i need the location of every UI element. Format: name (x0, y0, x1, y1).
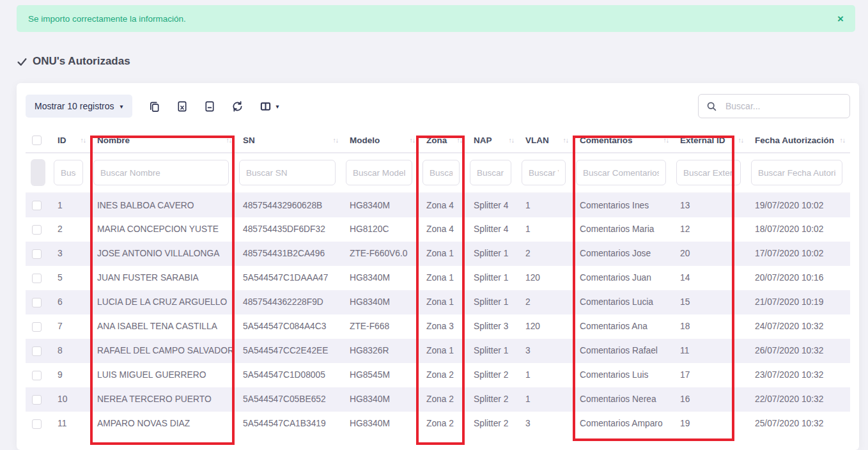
cell-nap: Splitter 2 (467, 363, 519, 387)
row-checkbox[interactable] (32, 249, 42, 259)
cell-comentarios: Comentarios Rafael (573, 339, 674, 363)
cell-comentarios: Comentarios Luis (573, 363, 674, 387)
filter-input-modelo[interactable] (346, 160, 412, 185)
row-checkbox[interactable] (32, 322, 42, 332)
row-checkbox[interactable] (32, 225, 42, 235)
cell-select (26, 193, 51, 217)
cell-external_id: 14 (674, 266, 748, 290)
sort-icon[interactable]: ↑↓ (840, 136, 846, 144)
cell-fecha: 25/07/2020 10:32 (748, 412, 850, 436)
column-header-nap[interactable]: NAP↑↓ (467, 128, 519, 153)
sort-icon[interactable]: ↑↓ (509, 136, 515, 144)
filter-cell-nombre (91, 153, 236, 193)
cell-zona: Zona 4 (420, 193, 467, 217)
filter-input-zona[interactable] (422, 160, 460, 185)
refresh-button[interactable] (231, 100, 244, 112)
column-header-nombre[interactable]: Nombre↑↓ (91, 128, 236, 153)
cell-nombre: AMPARO NOVAS DIAZ (91, 412, 236, 436)
cell-nombre: NEREA TERCERO PUERTO (91, 387, 236, 412)
table-row: 3JOSE ANTONIO VILLALONGA485754431B2CA496… (26, 242, 850, 266)
filter-input-nap[interactable] (470, 160, 511, 185)
cell-modelo: HG8340M (343, 412, 420, 436)
sort-icon[interactable]: ↑↓ (81, 136, 86, 144)
row-checkbox[interactable] (32, 419, 42, 429)
column-visibility-button[interactable]: ▾ (260, 100, 279, 112)
alert-close-icon[interactable]: × (837, 13, 844, 24)
cell-nap: Splitter 1 (467, 290, 519, 314)
column-header-comentarios[interactable]: Comentarios↑↓ (573, 128, 674, 153)
sort-icon[interactable]: ↑↓ (457, 136, 463, 144)
columns-icon (260, 100, 272, 112)
search-box[interactable] (698, 94, 850, 118)
file-export-button[interactable] (204, 100, 215, 112)
cell-nombre: JUAN FUSTER SARABIA (91, 266, 236, 290)
column-label-sn: SN (243, 136, 255, 145)
filter-input-comentarios[interactable] (576, 160, 666, 185)
table-row: 9LUIS MIGUEL GUERRERO5A544547C1D08005HG8… (26, 363, 850, 387)
cell-select (26, 290, 51, 314)
cell-nap: Splitter 2 (467, 412, 519, 436)
sort-icon[interactable]: ↑↓ (226, 136, 232, 144)
chevron-down-icon: ▾ (276, 103, 279, 110)
cell-fecha: 18/07/2020 10:02 (748, 217, 850, 242)
search-icon (706, 101, 717, 112)
column-header-id[interactable]: ID↑↓ (51, 128, 91, 153)
copy-button[interactable] (148, 100, 160, 112)
cell-external_id: 17 (674, 363, 748, 387)
cell-comentarios: Comentarios Lucia (573, 290, 674, 314)
column-header-modelo[interactable]: Modelo↑↓ (343, 128, 420, 153)
chevron-down-icon: ▾ (120, 103, 123, 110)
cell-zona: Zona 4 (420, 217, 467, 242)
cell-vlan: 3 (519, 339, 573, 363)
sort-icon[interactable]: ↑↓ (738, 136, 744, 144)
filter-input-external_id[interactable] (676, 160, 741, 185)
cell-external_id: 13 (674, 193, 748, 217)
cell-fecha: 20/07/2020 10:16 (748, 266, 850, 290)
row-checkbox[interactable] (32, 395, 42, 405)
row-checkbox[interactable] (32, 346, 42, 356)
cell-zona: Zona 1 (420, 339, 467, 363)
row-checkbox[interactable] (32, 298, 42, 307)
column-header-external_id[interactable]: External ID↑↓ (674, 128, 748, 153)
column-header-vlan[interactable]: VLAN↑↓ (519, 128, 573, 153)
alert-message: Se importo correctamente la información. (28, 14, 186, 24)
table-row: 10NEREA TERCERO PUERTO5A544547C05BE652HG… (26, 387, 850, 412)
sort-icon[interactable]: ↑↓ (563, 136, 569, 144)
search-input[interactable] (724, 100, 842, 112)
refresh-icon (231, 100, 244, 112)
cell-modelo: HG8340M (343, 193, 420, 217)
row-checkbox[interactable] (32, 371, 42, 380)
file-icon (204, 100, 215, 112)
sort-icon[interactable]: ↑↓ (333, 136, 339, 144)
cell-nap: Splitter 2 (467, 387, 519, 412)
cell-zona: Zona 1 (420, 242, 467, 266)
select-all-checkbox[interactable] (32, 136, 42, 145)
row-checkbox[interactable] (32, 201, 42, 210)
cell-nap: Splitter 4 (467, 217, 519, 242)
cell-nap: Splitter 1 (467, 266, 519, 290)
cell-comentarios: Comentarios Ana (573, 314, 674, 339)
cell-vlan: 120 (519, 266, 573, 290)
table-card: Mostrar 10 registros ▾ (17, 83, 859, 450)
column-header-zona[interactable]: Zona↑↓ (420, 128, 467, 153)
sort-icon[interactable]: ↑↓ (410, 136, 415, 144)
excel-export-button[interactable] (176, 100, 188, 112)
column-header-fecha[interactable]: Fecha Autorización↑↓ (748, 128, 850, 153)
cell-comentarios: Comentarios Ines (573, 193, 674, 217)
filter-input-vlan[interactable] (522, 160, 566, 185)
filter-input-nombre[interactable] (93, 160, 229, 185)
filter-input-id[interactable] (54, 160, 83, 185)
filter-cell-vlan (519, 153, 573, 193)
column-header-sn[interactable]: SN↑↓ (236, 128, 343, 153)
length-menu-button[interactable]: Mostrar 10 registros ▾ (26, 95, 132, 118)
row-checkbox[interactable] (32, 274, 42, 283)
table-row: 2MARIA CONCEPCION YUSTE485754435DF6DF32H… (26, 217, 850, 242)
cell-modelo: HG8120C (343, 217, 420, 242)
filter-input-fecha[interactable] (751, 160, 842, 185)
cell-nap: Splitter 4 (467, 193, 519, 217)
table-row: 5JUAN FUSTER SARABIA5A544547C1DAAA47HG83… (26, 266, 850, 290)
sort-icon[interactable]: ↑↓ (663, 136, 669, 144)
cell-vlan: 120 (519, 314, 573, 339)
cell-select (26, 339, 51, 363)
filter-input-sn[interactable] (239, 160, 336, 185)
